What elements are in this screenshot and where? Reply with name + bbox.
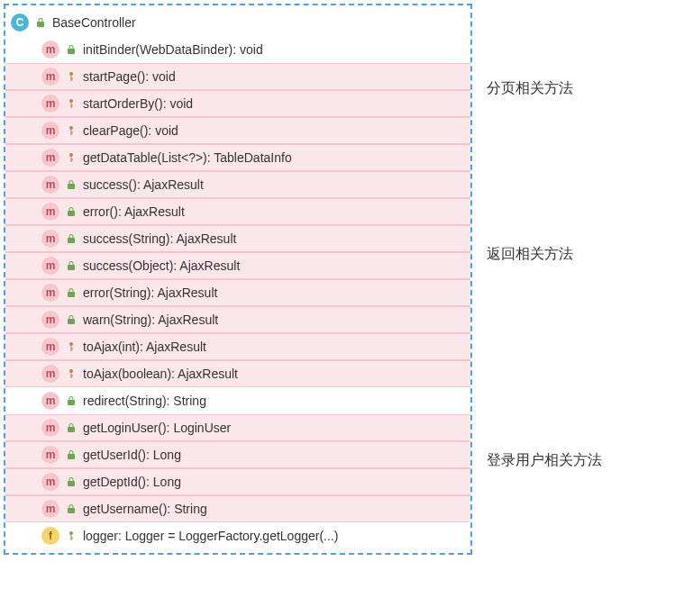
annotations-column: 分页相关方法返回相关方法登录用户相关方法	[487, 4, 602, 474]
member-signature: logger: Logger = LoggerFactory.getLogger…	[83, 529, 338, 543]
member-row[interactable]: msuccess(): AjaxResult	[5, 171, 470, 198]
svg-rect-11	[71, 134, 73, 135]
class-icon: C	[11, 14, 29, 32]
method-icon: m	[41, 473, 59, 491]
member-signature: getUserId(): Long	[83, 448, 181, 462]
member-row[interactable]: mtoAjax(int): AjaxResult	[5, 333, 470, 360]
member-signature: getLoginUser(): LoginUser	[83, 421, 231, 435]
member-row[interactable]: mgetDataTable(List<?>): TableDataInfo	[5, 144, 470, 171]
method-icon: m	[41, 284, 59, 302]
method-icon: m	[41, 500, 59, 518]
member-row[interactable]: flogger: Logger = LoggerFactory.getLogge…	[5, 522, 470, 549]
member-row[interactable]: mstartOrderBy(): void	[5, 90, 470, 117]
key-icon	[65, 70, 78, 83]
member-signature: getUsername(): String	[83, 502, 207, 516]
svg-point-12	[69, 153, 73, 157]
member-signature: startOrderBy(): void	[83, 96, 193, 111]
lock-icon	[65, 421, 78, 434]
svg-point-16	[69, 342, 73, 346]
svg-rect-3	[71, 80, 73, 81]
member-row[interactable]: mstartPage(): void	[5, 63, 470, 90]
method-icon: m	[41, 419, 59, 437]
method-icon: m	[41, 41, 59, 59]
lock-icon	[65, 394, 78, 407]
method-icon: m	[41, 338, 59, 356]
method-icon: m	[41, 95, 59, 113]
annotation-label: 返回相关方法	[487, 240, 602, 267]
member-row[interactable]: msuccess(String): AjaxResult	[5, 225, 470, 252]
svg-rect-14	[71, 159, 74, 160]
svg-rect-10	[71, 132, 74, 133]
member-row[interactable]: mgetUsername(): String	[5, 495, 470, 522]
method-icon: m	[41, 257, 59, 275]
member-row[interactable]: mwarn(String): AjaxResult	[5, 306, 470, 333]
field-icon: f	[41, 527, 59, 545]
method-icon: m	[41, 311, 59, 329]
method-icon: m	[41, 446, 59, 464]
lock-icon	[65, 178, 78, 191]
annotation-label: 分页相关方法	[487, 75, 602, 102]
svg-point-0	[69, 72, 73, 76]
method-icon: m	[41, 203, 59, 221]
lock-icon	[34, 16, 47, 29]
member-row[interactable]: mgetDeptId(): Long	[5, 468, 470, 495]
lock-icon	[65, 286, 78, 299]
lock-icon	[65, 448, 78, 461]
lock-icon	[65, 43, 78, 56]
key-icon	[65, 367, 78, 380]
lock-icon	[65, 205, 78, 218]
svg-rect-6	[71, 105, 74, 106]
svg-rect-18	[71, 349, 74, 349]
member-signature: toAjax(int): AjaxResult	[83, 340, 206, 354]
member-signature: error(): AjaxResult	[83, 204, 185, 219]
member-row[interactable]: merror(): AjaxResult	[5, 198, 470, 225]
annotation-text: 分页相关方法	[487, 79, 573, 98]
lock-icon	[65, 313, 78, 326]
member-row[interactable]: mclearPage(): void	[5, 117, 470, 144]
member-signature: success(Object): AjaxResult	[83, 258, 240, 273]
svg-rect-19	[71, 350, 73, 351]
annotation-text: 返回相关方法	[487, 245, 573, 264]
lock-icon	[65, 232, 78, 245]
key-icon	[65, 124, 78, 137]
member-row[interactable]: msuccess(Object): AjaxResult	[5, 252, 470, 279]
member-signature: getDataTable(List<?>): TableDataInfo	[83, 150, 292, 165]
key-icon	[65, 530, 78, 542]
member-signature: toAjax(boolean): AjaxResult	[83, 367, 238, 381]
member-signature: error(String): AjaxResult	[83, 285, 217, 300]
svg-rect-15	[71, 161, 73, 162]
member-row[interactable]: mgetLoginUser(): LoginUser	[5, 414, 470, 441]
member-row[interactable]: merror(String): AjaxResult	[5, 279, 470, 306]
member-row[interactable]: mgetUserId(): Long	[5, 441, 470, 468]
key-icon	[65, 151, 78, 164]
annotation-label: 登录用户相关方法	[487, 447, 602, 474]
key-icon	[65, 97, 78, 110]
svg-point-4	[69, 99, 73, 103]
svg-point-24	[69, 531, 73, 535]
member-signature: getDeptId(): Long	[83, 475, 181, 489]
method-icon: m	[41, 365, 59, 383]
lock-icon	[65, 503, 78, 515]
svg-point-20	[69, 369, 73, 373]
member-row[interactable]: mredirect(String): String	[5, 387, 470, 414]
key-icon	[65, 340, 78, 353]
method-icon: m	[41, 392, 59, 410]
lock-icon	[65, 259, 78, 272]
member-row[interactable]: minitBinder(WebDataBinder): void	[5, 36, 470, 63]
member-row[interactable]: mtoAjax(boolean): AjaxResult	[5, 360, 470, 387]
svg-rect-22	[71, 376, 74, 376]
method-icon: m	[41, 68, 59, 86]
svg-rect-7	[71, 107, 73, 108]
svg-rect-26	[71, 538, 74, 539]
member-signature: startPage(): void	[83, 69, 176, 84]
svg-rect-2	[71, 78, 74, 79]
class-row[interactable]: C BaseController	[5, 9, 470, 36]
method-icon: m	[41, 149, 59, 167]
member-signature: success(): AjaxResult	[83, 177, 204, 192]
lock-icon	[65, 476, 78, 488]
class-name: BaseController	[52, 15, 136, 30]
member-signature: initBinder(WebDataBinder): void	[83, 42, 263, 57]
member-signature: redirect(String): String	[83, 394, 206, 408]
member-signature: warn(String): AjaxResult	[83, 313, 218, 327]
svg-point-8	[69, 126, 73, 130]
